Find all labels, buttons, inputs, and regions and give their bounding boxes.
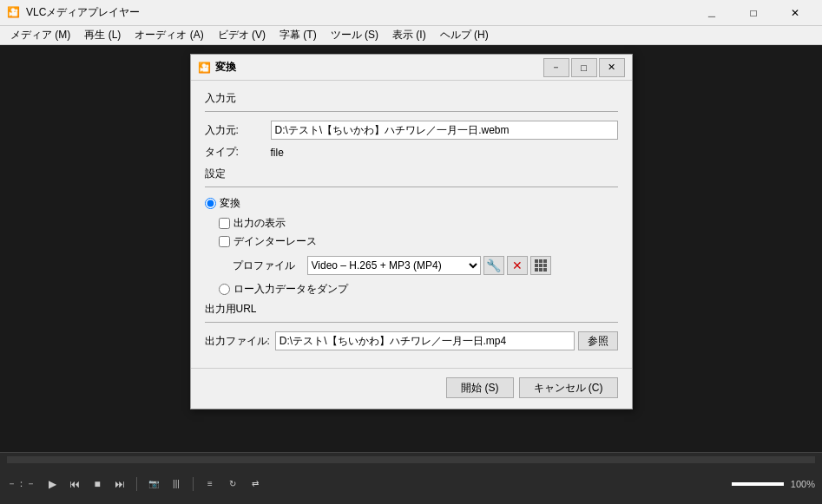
output-file-label: 出力ファイル:	[205, 334, 270, 349]
profile-select[interactable]: Video – H.265 + MP3 (MP4) Video – H.264 …	[307, 256, 481, 275]
app-window-controls: ＿ □ ✕	[692, 0, 815, 26]
deinterlace-label: デインターレース	[233, 234, 317, 249]
menu-help[interactable]: ヘルプ (H)	[433, 26, 496, 44]
seek-bar[interactable]	[7, 456, 815, 463]
profile-delete-button[interactable]: ✕	[507, 256, 528, 275]
grid-icon	[535, 259, 547, 272]
time-label: －：－	[7, 477, 36, 490]
dialog-title: 変換	[215, 60, 543, 75]
prev-button[interactable]: ⏮	[65, 475, 84, 494]
settings-section: 設定 変換 出力の表示 デインターレース	[205, 167, 618, 297]
shuffle-button[interactable]: ⇄	[246, 475, 265, 494]
controls-row: －：－ ▶ ⏮ ■ ⏭ 📷 ||| ≡ ↻ ⇄ 100%	[0, 463, 822, 504]
playlist-button[interactable]: ≡	[201, 475, 220, 494]
menu-tools[interactable]: ツール (S)	[324, 26, 385, 44]
app-close-button[interactable]: ✕	[775, 0, 815, 26]
input-divider	[205, 111, 618, 112]
profile-new-button[interactable]	[530, 256, 551, 275]
menu-playback[interactable]: 再生 (L)	[77, 26, 128, 44]
dialog-minimize-button[interactable]: －	[543, 58, 569, 77]
frame-button[interactable]: |||	[167, 475, 186, 494]
show-output-row: 出力の表示	[219, 216, 618, 231]
dialog-overlay: 🎦 変換 － □ ✕ 入力元 入力元:	[0, 45, 822, 452]
start-button[interactable]: 開始 (S)	[446, 377, 513, 398]
dialog-maximize-button[interactable]: □	[571, 58, 597, 77]
menu-view[interactable]: 表示 (I)	[385, 26, 433, 44]
volume-fill	[732, 482, 784, 486]
profile-row: プロファイル Video – H.265 + MP3 (MP4) Video –…	[233, 256, 618, 275]
dialog-icon: 🎦	[198, 62, 210, 74]
menu-subtitle[interactable]: 字幕 (T)	[273, 26, 324, 44]
menu-bar: メディア (M) 再生 (L) オーディオ (A) ビデオ (V) 字幕 (T)…	[0, 26, 822, 45]
type-label: タイプ:	[205, 145, 266, 160]
app-maximize-button[interactable]: □	[733, 0, 773, 26]
app-title-bar: 🎦 VLCメディアプレイヤー ＿ □ ✕	[0, 0, 822, 26]
type-value: file	[271, 147, 284, 159]
settings-section-label: 設定	[205, 167, 618, 181]
main-content: 🎦 変換 － □ ✕ 入力元 入力元:	[0, 45, 822, 452]
controls-separator-2	[193, 477, 194, 491]
source-input[interactable]	[271, 121, 618, 140]
repeat-button[interactable]: ↻	[223, 475, 242, 494]
menu-video[interactable]: ビデオ (V)	[211, 26, 273, 44]
app-icon: 🎦	[7, 6, 21, 20]
bottom-bar: －：－ ▶ ⏮ ■ ⏭ 📷 ||| ≡ ↻ ⇄ 100%	[0, 452, 822, 504]
dialog-title-bar: 🎦 変換 － □ ✕	[191, 55, 632, 81]
snapshot-button[interactable]: 📷	[144, 475, 163, 494]
app-minimize-button[interactable]: ＿	[692, 0, 732, 26]
output-section: 出力用URL 出力ファイル: 参照	[205, 302, 618, 350]
cancel-button[interactable]: キャンセル (C)	[519, 377, 618, 398]
volume-slider[interactable]	[732, 482, 784, 486]
output-field-row: 出力ファイル: 参照	[205, 331, 618, 350]
source-label: 入力元:	[205, 123, 266, 138]
browse-button[interactable]: 参照	[578, 331, 618, 350]
dialog-close-button[interactable]: ✕	[599, 58, 625, 77]
settings-divider	[205, 187, 618, 187]
show-output-label: 出力の表示	[233, 216, 286, 231]
raw-data-row: ロー入力データをダンプ	[219, 282, 618, 297]
dialog-footer: 開始 (S) キャンセル (C)	[191, 368, 632, 409]
source-field-row: 入力元:	[205, 121, 618, 140]
convert-radio-row: 変換	[205, 196, 618, 211]
profile-label: プロファイル	[233, 259, 302, 273]
app-title: VLCメディアプレイヤー	[26, 5, 692, 20]
menu-audio[interactable]: オーディオ (A)	[128, 26, 210, 44]
dialog-body: 入力元 入力元: タイプ: file 設定	[191, 81, 632, 361]
play-button[interactable]: ▶	[43, 475, 62, 494]
show-output-checkbox[interactable]	[219, 218, 230, 229]
input-section: 入力元 入力元: タイプ: file	[205, 91, 618, 160]
output-divider	[205, 322, 618, 323]
menu-media[interactable]: メディア (M)	[3, 26, 77, 44]
profile-settings-button[interactable]: 🔧	[483, 256, 504, 275]
stop-button[interactable]: ■	[88, 475, 107, 494]
convert-label: 変換	[220, 196, 240, 211]
input-section-label: 入力元	[205, 91, 618, 106]
next-button[interactable]: ⏭	[110, 475, 129, 494]
controls-separator-1	[136, 477, 137, 491]
raw-data-label: ロー入力データをダンプ	[233, 282, 348, 297]
raw-data-radio[interactable]	[219, 284, 230, 295]
dialog-window-controls: － □ ✕	[543, 58, 625, 77]
output-section-label: 出力用URL	[205, 302, 618, 317]
output-file-input[interactable]	[275, 331, 575, 350]
deinterlace-checkbox[interactable]	[219, 236, 230, 247]
type-row: タイプ: file	[205, 145, 618, 160]
convert-radio[interactable]	[205, 198, 216, 209]
volume-label: 100%	[791, 479, 815, 489]
convert-dialog: 🎦 変換 － □ ✕ 入力元 入力元:	[190, 54, 633, 409]
deinterlace-row: デインターレース	[219, 234, 618, 249]
